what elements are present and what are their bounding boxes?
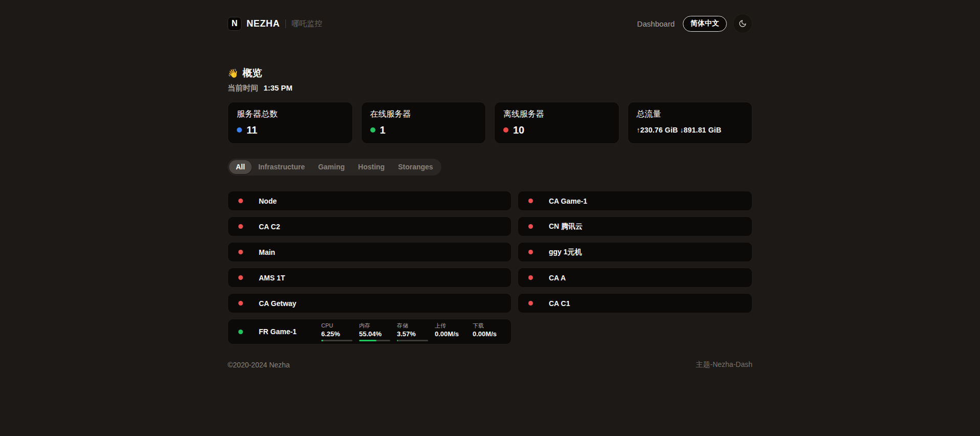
tab-gaming[interactable]: Gaming	[311, 160, 351, 174]
stat-card-value: 10	[513, 124, 524, 136]
brand[interactable]: N NEZHA 哪吒监控	[228, 17, 322, 31]
server-stat-cpu: CPU6.25%	[321, 322, 352, 341]
dashboard-link[interactable]: Dashboard	[637, 19, 675, 28]
moon-icon	[739, 19, 747, 28]
tab-storanges[interactable]: Storanges	[391, 160, 439, 174]
stat-card-value-row: 10	[503, 124, 610, 136]
stat-card-value: 1	[380, 124, 386, 136]
brand-divider	[285, 19, 286, 28]
current-time-value: 1:35 PM	[263, 83, 293, 92]
tab-infrastructure[interactable]: Infrastructure	[252, 160, 311, 174]
cpu-progress-fill	[321, 340, 323, 341]
server-name: CA C2	[259, 223, 321, 231]
header-actions: Dashboard 简体中文	[637, 14, 752, 33]
server-row[interactable]: CN 腾讯云	[518, 216, 752, 236]
server-row[interactable]: CA Getway	[228, 293, 511, 313]
wave-emoji: 👋	[228, 68, 238, 79]
server-stat-label: 存储	[397, 322, 428, 329]
server-name: CA C1	[549, 299, 611, 308]
server-row[interactable]: Main	[228, 242, 511, 262]
server-stat-value: 0.00M/s	[435, 330, 466, 338]
offline-status-dot	[503, 127, 508, 133]
stat-card-value-row: 11	[237, 124, 344, 136]
cpu-progress-bar	[321, 340, 352, 341]
brand-subtitle: 哪吒监控	[292, 19, 322, 29]
offline-status-dot	[528, 275, 533, 280]
stat-card-online[interactable]: 在线服务器1	[361, 102, 486, 144]
server-list: NodeCA Game-1CA C2CN 腾讯云Mainggy 1元机AMS 1…	[228, 191, 752, 344]
server-name: CA Game-1	[549, 197, 611, 205]
offline-status-dot	[528, 301, 533, 306]
server-name: ggy 1元机	[549, 248, 611, 257]
server-stat-label: 上传	[435, 322, 466, 329]
server-row[interactable]: CA A	[518, 268, 752, 288]
server-name: CA A	[549, 274, 611, 282]
offline-status-dot	[238, 250, 243, 254]
overview-title-text: 概览	[242, 67, 262, 80]
server-stat-value: 55.04%	[359, 330, 390, 338]
memory-progress-fill	[359, 340, 376, 341]
server-row[interactable]: Node	[228, 191, 511, 211]
server-stat-label: CPU	[321, 322, 352, 329]
stat-card-traffic-value: ↑230.76 GiB ↓891.81 GiB	[637, 126, 722, 134]
offline-status-dot	[528, 250, 533, 254]
server-row[interactable]: CA Game-1	[518, 191, 752, 211]
server-name: Node	[259, 197, 321, 205]
language-button[interactable]: 简体中文	[683, 16, 727, 32]
server-row[interactable]: CA C2	[228, 216, 511, 236]
footer: ©2020-2024 Nezha 主题-Nezha-Dash	[228, 360, 752, 369]
current-time: 当前时间 1:35 PM	[228, 83, 752, 93]
tab-all[interactable]: All	[229, 160, 252, 174]
server-stat-label: 下载	[473, 322, 504, 329]
server-stat-value: 3.57%	[397, 330, 428, 338]
server-row[interactable]: FR Game-1CPU6.25%内存55.04%存储3.57%上传0.00M/…	[228, 319, 511, 344]
server-row[interactable]: AMS 1T	[228, 268, 511, 288]
offline-status-dot	[238, 275, 243, 280]
offline-status-dot	[238, 224, 243, 229]
stat-card-value: 11	[247, 124, 257, 136]
stat-card-title: 总流量	[637, 109, 744, 119]
server-name: Main	[259, 248, 321, 256]
tab-hosting[interactable]: Hosting	[351, 160, 391, 174]
server-stat-value: 0.00M/s	[473, 330, 504, 338]
offline-status-dot	[528, 199, 533, 203]
server-stat-upload: 上传0.00M/s	[435, 322, 466, 338]
brand-name: NEZHA	[247, 18, 280, 29]
server-stat-value: 6.25%	[321, 330, 352, 338]
page-title: 👋 概览	[228, 67, 752, 80]
server-name: FR Game-1	[259, 328, 321, 336]
server-name: CN 腾讯云	[549, 222, 611, 231]
nezha-logo-icon: N	[228, 17, 241, 31]
group-tabs: AllInfrastructureGamingHostingStoranges	[228, 159, 441, 176]
page-container: N NEZHA 哪吒监控 Dashboard 简体中文 👋 概览 当前时间 1:…	[228, 0, 752, 369]
theme-credit-link[interactable]: 主题-Nezha-Dash	[696, 360, 752, 369]
offline-status-dot	[238, 301, 243, 306]
server-stat-download: 下载0.00M/s	[473, 322, 504, 338]
server-row[interactable]: ggy 1元机	[518, 242, 752, 262]
server-stat-storage: 存储3.57%	[397, 322, 428, 341]
online-status-dot	[370, 127, 375, 133]
online-status-dot	[238, 330, 243, 334]
stats-grid: 服务器总数11在线服务器1离线服务器10总流量↑230.76 GiB ↓891.…	[228, 102, 752, 144]
theme-toggle-button[interactable]	[733, 14, 752, 33]
offline-status-dot	[528, 224, 533, 229]
stat-card-title: 服务器总数	[237, 109, 344, 119]
server-name: AMS 1T	[259, 274, 321, 282]
storage-progress-bar	[397, 340, 428, 341]
stat-card-title: 离线服务器	[503, 109, 610, 119]
server-stat-memory: 内存55.04%	[359, 322, 390, 341]
total-status-dot	[237, 127, 242, 133]
current-time-label: 当前时间	[228, 83, 258, 92]
stat-card-value-row: ↑230.76 GiB ↓891.81 GiB	[637, 126, 744, 134]
offline-status-dot	[238, 199, 243, 203]
storage-progress-fill	[397, 340, 398, 341]
copyright-text: ©2020-2024 Nezha	[228, 361, 290, 369]
stat-card-offline[interactable]: 离线服务器10	[494, 102, 619, 144]
server-row[interactable]: CA C1	[518, 293, 752, 313]
stat-card-traffic[interactable]: 总流量↑230.76 GiB ↓891.81 GiB	[628, 102, 753, 144]
header: N NEZHA 哪吒监控 Dashboard 简体中文	[228, 0, 752, 34]
overview-section: 👋 概览 当前时间 1:35 PM	[228, 67, 752, 93]
stat-card-total[interactable]: 服务器总数11	[228, 102, 353, 144]
stat-card-value-row: 1	[370, 124, 477, 136]
server-stats: CPU6.25%内存55.04%存储3.57%上传0.00M/s下载0.00M/…	[321, 322, 504, 341]
